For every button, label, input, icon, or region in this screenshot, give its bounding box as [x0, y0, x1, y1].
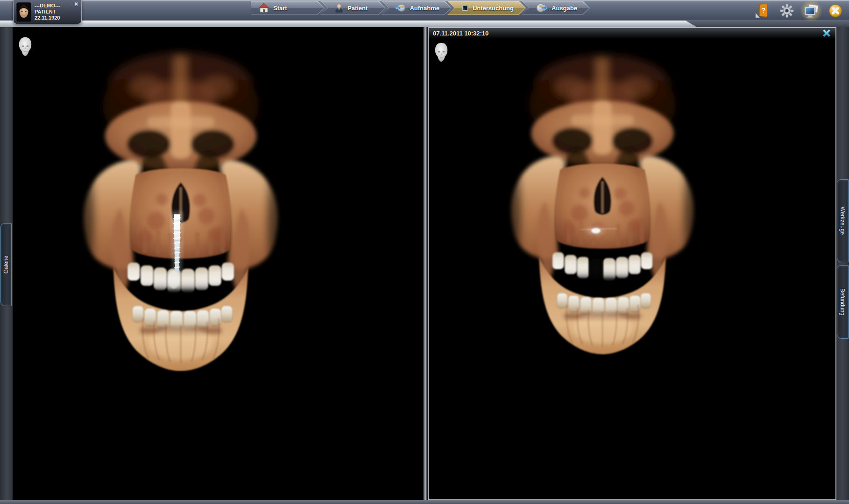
nav-tab-patient[interactable]: Patient [320, 1, 386, 15]
sidebar-tab-label: Befundung [840, 288, 846, 315]
help-button[interactable]: ? [754, 2, 771, 20]
nav-tab-label: Ausgabe [552, 5, 577, 12]
home-icon [258, 3, 269, 13]
person-icon [334, 3, 344, 13]
toolbar: ? [754, 2, 844, 20]
sidebar-tab-befundung[interactable]: Befundung [837, 265, 849, 339]
sidebar-tab-werkzeuge[interactable]: Werkzeuge [837, 179, 849, 262]
viewport-splitter[interactable] [423, 27, 428, 500]
screen-icon [461, 3, 469, 13]
right-panel-strip [836, 27, 849, 500]
patient-name-line1: ---DEMO--- [35, 3, 60, 9]
nav-tab-label: Untersuchung [473, 5, 514, 12]
settings-button[interactable] [778, 2, 796, 20]
patient-birthdate: 22.11.1920 [35, 15, 60, 21]
status-strip [0, 500, 849, 504]
nav-tab-start[interactable]: Start [251, 1, 325, 15]
viewport-title-bar: 07.11.2011 10:32:10 [429, 28, 835, 38]
nav-tab-aufnahme[interactable]: Aufnahme [382, 1, 452, 15]
scan-timestamp: 07.11.2011 10:32:10 [433, 30, 488, 37]
skull-render-missing-tooth [483, 47, 722, 355]
question-glyph: ? [762, 7, 766, 14]
maximize-icon[interactable] [822, 28, 831, 38]
nav-tab-label: Start [273, 5, 287, 12]
workspace-monitor-icon [803, 3, 820, 19]
orientation-head-icon[interactable] [433, 42, 449, 63]
globe-import-icon [396, 3, 406, 13]
viewport-left-3d-render[interactable] [13, 27, 423, 500]
patient-name-line2: PATIENT [35, 9, 60, 15]
application-window: Start Patient [0, 0, 849, 504]
patient-banner[interactable]: ---DEMO--- PATIENT 22.11.1920 ✖ [13, 0, 82, 24]
viewport-right-3d-render[interactable]: 07.11.2011 10:32:10 [428, 27, 836, 500]
sidebar-tab-label: Galerie [3, 256, 9, 274]
patient-avatar [16, 2, 31, 22]
exit-icon [828, 3, 843, 18]
skull-render-with-implant [54, 44, 308, 371]
sidebar-tab-label: Werkzeuge [840, 207, 846, 235]
nav-tab-label: Aufnahme [410, 5, 439, 12]
globe-export-icon [536, 3, 548, 13]
help-book-icon: ? [755, 3, 771, 19]
header-band-right [683, 21, 849, 27]
sidebar-tab-galerie[interactable]: Galerie [0, 223, 12, 306]
top-bar: Start Patient [0, 0, 849, 27]
nav-tab-label: Patient [347, 5, 368, 12]
workspace-switch-button[interactable] [802, 2, 820, 20]
patient-close-icon[interactable]: ✖ [74, 1, 78, 7]
header-band-silver [0, 21, 697, 27]
orientation-head-icon[interactable] [17, 36, 33, 57]
workflow-nav: Start Patient [251, 1, 590, 15]
nav-tab-ausgabe[interactable]: Ausgabe [522, 1, 590, 15]
nav-tab-untersuchung[interactable]: Untersuchung [447, 1, 526, 15]
exit-button[interactable] [827, 2, 844, 20]
settings-gear-icon [779, 3, 794, 18]
